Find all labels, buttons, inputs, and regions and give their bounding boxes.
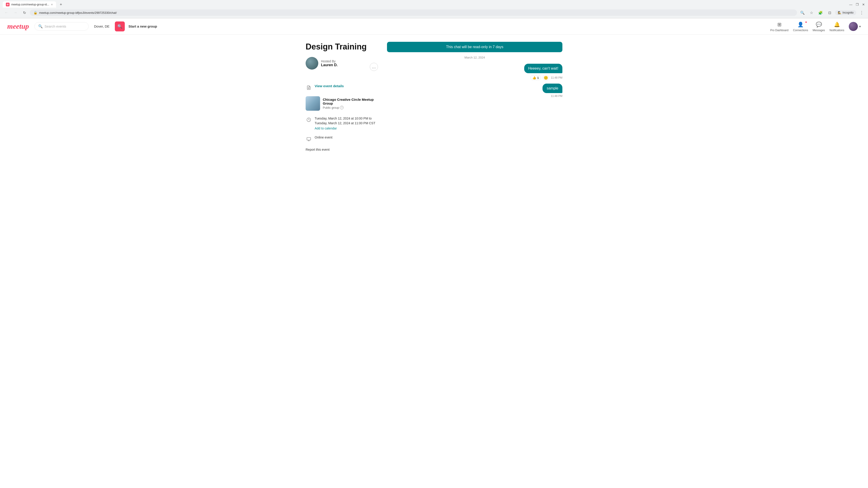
user-avatar-button[interactable]: ▾ [849, 22, 861, 31]
browser-menu-button[interactable]: ⋮ [858, 9, 865, 16]
incognito-button[interactable]: 🕵️ Incognito [835, 10, 856, 15]
browser-tab[interactable]: M meetup.com/meetup-group-id... × [3, 1, 56, 8]
host-avatar-image [306, 57, 318, 70]
pro-dashboard-icon: ⊞ [776, 21, 783, 28]
message-meta: 11:48 PM [551, 94, 562, 98]
host-avatar [306, 57, 318, 70]
online-event-item: Online event [306, 135, 378, 142]
host-info: Hosted By Lauren D. [321, 59, 338, 67]
lock-icon: 🔒 [33, 11, 37, 14]
more-options-button[interactable]: … [370, 63, 378, 71]
url-text: meetup.com/meetup-group-idfjooJl/events/… [39, 11, 117, 14]
pro-dashboard-nav[interactable]: ⊞ Pro Dashboard [770, 21, 788, 32]
pro-dashboard-label: Pro Dashboard [770, 29, 788, 32]
document-icon [306, 85, 312, 91]
user-avatar [849, 22, 858, 31]
add-calendar-link[interactable]: Add to calendar [315, 127, 378, 130]
browser-toolbar: ← → ↻ 🔒 meetup.com/meetup-group-idfjooJl… [0, 8, 868, 18]
messages-icon: 💬 [815, 21, 822, 28]
search-button[interactable]: 🔍 [115, 22, 125, 31]
logo-text: meetup [7, 22, 29, 30]
reaction-button[interactable]: 👍 1 [530, 75, 541, 80]
group-type-text: Public group [323, 106, 339, 109]
back-button[interactable]: ← [3, 9, 10, 16]
hosted-by-label: Hosted By [321, 59, 338, 63]
search-icon: 🔍 [38, 24, 43, 29]
view-event-item: View event details [306, 84, 378, 91]
datetime-item: Tuesday, March 12, 2024 at 10:00 PM to T… [306, 116, 378, 130]
tab-title: meetup.com/meetup-group-id... [11, 3, 49, 6]
address-bar[interactable]: 🔒 meetup.com/meetup-group-idfjooJl/event… [30, 9, 797, 16]
message-text: Heeeey, can't wait! [528, 66, 559, 70]
avatar-image [849, 22, 858, 31]
add-emoji-button[interactable]: 🙂 [543, 74, 549, 81]
extensions-icon[interactable]: 🧩 [817, 9, 824, 16]
group-info: Chicago Creative Circle Meetup Group Pub… [323, 98, 378, 109]
toolbar-right: 🔍 ☆ 🧩 ⊡ 🕵️ Incognito ⋮ [799, 9, 865, 16]
start-group-link[interactable]: Start a new group [128, 24, 157, 28]
profile-icon[interactable]: ⊡ [826, 9, 833, 16]
incognito-icon: 🕵️ [838, 11, 841, 14]
message-bubble: sample [542, 84, 562, 93]
readonly-banner: This chat will be read-only in 7 days [387, 42, 562, 52]
view-event-link[interactable]: View event details [315, 84, 344, 88]
new-tab-button[interactable]: + [58, 1, 64, 8]
message-time: 11:48 PM [551, 94, 562, 98]
chat-area: This chat will be read-only in 7 days Ma… [387, 42, 562, 151]
host-name: Lauren D. [321, 63, 338, 67]
logo[interactable]: meetup [7, 22, 29, 31]
group-type: Public group ? [323, 106, 378, 109]
incognito-label: Incognito [842, 11, 854, 14]
group-item: Chicago Creative Circle Meetup Group Pub… [306, 96, 378, 111]
report-event-link[interactable]: Report this event [306, 148, 378, 151]
connections-nav[interactable]: 👤 Connections [793, 21, 808, 32]
window-controls: — ❐ ✕ [849, 3, 865, 6]
clock-icon [306, 117, 312, 123]
connections-label: Connections [793, 29, 808, 32]
group-card: Chicago Creative Circle Meetup Group Pub… [306, 96, 378, 111]
search-toolbar-icon[interactable]: 🔍 [799, 9, 806, 16]
message-time: 11:48 PM [551, 76, 562, 79]
notifications-label: Notifications [830, 29, 844, 32]
online-event-content: Online event [315, 135, 378, 139]
browser-title-bar: M meetup.com/meetup-group-id... × + — ❐ … [0, 0, 868, 8]
messages-label: Messages [813, 29, 825, 32]
messages-nav[interactable]: 💬 Messages [813, 21, 825, 32]
group-image [306, 96, 320, 111]
message-bubble: Heeeey, can't wait! [524, 64, 563, 73]
notifications-nav[interactable]: 🔔 Notifications [830, 21, 844, 32]
forward-button[interactable]: → [12, 9, 19, 16]
bookmark-icon[interactable]: ☆ [808, 9, 815, 16]
location-text: Dover, DE [94, 24, 110, 28]
svg-rect-3 [307, 138, 311, 140]
notification-dot [805, 21, 807, 23]
connections-icon: 👤 [797, 21, 804, 28]
tab-favicon: M [6, 3, 9, 6]
event-title: Design Training [306, 42, 378, 52]
tab-close-button[interactable]: × [51, 3, 53, 6]
message-meta: 👍 1 🙂 11:48 PM [530, 74, 562, 81]
restore-button[interactable]: ❐ [855, 3, 859, 6]
messages-container: Heeeey, can't wait! 👍 1 🙂 11:48 PM sampl… [387, 64, 562, 98]
search-bar[interactable]: 🔍 Search events [34, 22, 89, 31]
hosted-by: Hosted By Lauren D. [306, 57, 338, 70]
datetime-content: Tuesday, March 12, 2024 at 10:00 PM to T… [315, 116, 378, 130]
reaction-emoji: 👍 [532, 76, 536, 79]
chevron-down-icon: ▾ [859, 25, 861, 28]
message-text: sample [547, 86, 558, 90]
help-icon[interactable]: ? [340, 106, 344, 109]
reaction-count: 1 [537, 76, 539, 79]
view-event-content: View event details [315, 84, 378, 88]
group-image-inner [306, 96, 320, 111]
close-button[interactable]: ✕ [862, 3, 865, 6]
browser-chrome: M meetup.com/meetup-group-id... × + — ❐ … [0, 0, 868, 18]
notifications-icon: 🔔 [833, 21, 840, 28]
group-name: Chicago Creative Circle Meetup Group [323, 98, 378, 105]
event-time-text: Tuesday, March 12, 2024 at 10:00 PM to T… [315, 116, 378, 126]
reload-button[interactable]: ↻ [21, 9, 28, 16]
search-placeholder: Search events [44, 24, 66, 28]
online-event-text: Online event [315, 135, 378, 139]
left-sidebar: Design Training Hosted By Lauren D. … [306, 42, 378, 151]
message-item: sample 11:48 PM [542, 84, 562, 98]
minimize-button[interactable]: — [849, 3, 852, 6]
